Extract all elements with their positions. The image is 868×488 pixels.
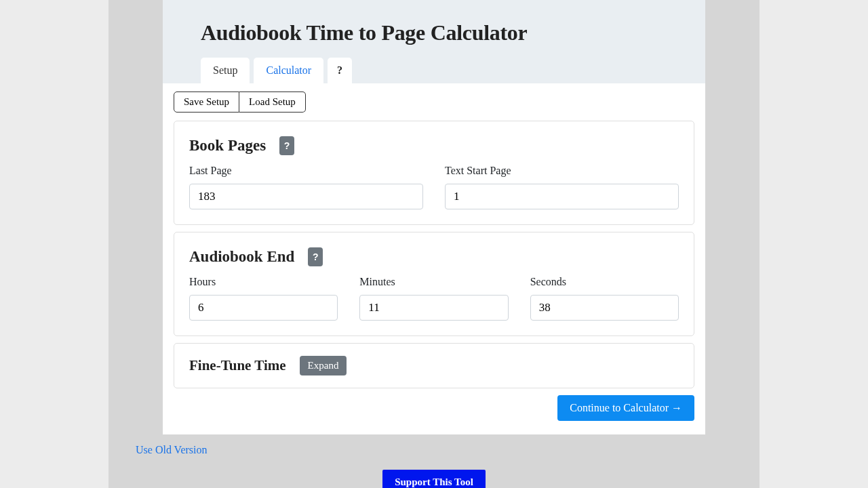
tab-calculator[interactable]: Calculator	[254, 58, 323, 83]
hours-field: Hours	[189, 276, 338, 321]
audiobook-end-header: Audiobook End ?	[189, 247, 679, 266]
last-page-label: Last Page	[189, 165, 423, 177]
book-pages-header: Book Pages ?	[189, 136, 679, 155]
page-title: Audiobook Time to Page Calculator	[201, 20, 667, 45]
audiobook-end-row: Hours Minutes Seconds	[189, 276, 679, 321]
body-area: Save Setup Load Setup Book Pages ? Last …	[163, 83, 705, 434]
hours-label: Hours	[189, 276, 338, 288]
minutes-label: Minutes	[359, 276, 508, 288]
text-start-input[interactable]	[445, 184, 679, 209]
seconds-label: Seconds	[530, 276, 679, 288]
tab-setup[interactable]: Setup	[201, 58, 250, 83]
book-pages-title: Book Pages	[189, 137, 266, 155]
old-version-link[interactable]: Use Old Version	[136, 444, 207, 456]
book-pages-panel: Book Pages ? Last Page Text Start Page	[174, 121, 694, 225]
help-icon[interactable]: ?	[279, 136, 294, 155]
audiobook-end-panel: Audiobook End ? Hours Minutes Seconds	[174, 232, 694, 336]
header-area: Audiobook Time to Page Calculator Setup …	[163, 0, 705, 83]
seconds-field: Seconds	[530, 276, 679, 321]
load-setup-button[interactable]: Load Setup	[239, 92, 306, 113]
audiobook-end-title: Audiobook End	[189, 248, 294, 266]
support-button[interactable]: Support This Tool	[382, 470, 486, 488]
tab-bar: Setup Calculator ?	[201, 58, 667, 83]
minutes-field: Minutes	[359, 276, 508, 321]
seconds-input[interactable]	[530, 295, 679, 321]
tab-help[interactable]: ?	[328, 58, 352, 83]
last-page-field: Last Page	[189, 165, 423, 209]
continue-row: Continue to Calculator →	[174, 395, 694, 421]
expand-button[interactable]: Expand	[300, 356, 347, 375]
minutes-input[interactable]	[359, 295, 508, 321]
support-wrap: Support This Tool	[136, 470, 732, 488]
fine-tune-title: Fine-Tune Time	[189, 357, 286, 374]
text-start-field: Text Start Page	[445, 165, 679, 209]
fine-tune-panel: Fine-Tune Time Expand	[174, 343, 694, 388]
last-page-input[interactable]	[189, 184, 423, 209]
help-icon[interactable]: ?	[308, 247, 323, 266]
page-outer: Audiobook Time to Page Calculator Setup …	[108, 0, 760, 488]
fine-tune-header: Fine-Tune Time Expand	[189, 356, 679, 375]
continue-button[interactable]: Continue to Calculator →	[557, 395, 694, 421]
main-card: Audiobook Time to Page Calculator Setup …	[163, 0, 705, 434]
toolbar: Save Setup Load Setup	[174, 92, 694, 113]
text-start-label: Text Start Page	[445, 165, 679, 177]
book-pages-row: Last Page Text Start Page	[189, 165, 679, 209]
save-setup-button[interactable]: Save Setup	[174, 92, 239, 113]
hours-input[interactable]	[189, 295, 338, 321]
